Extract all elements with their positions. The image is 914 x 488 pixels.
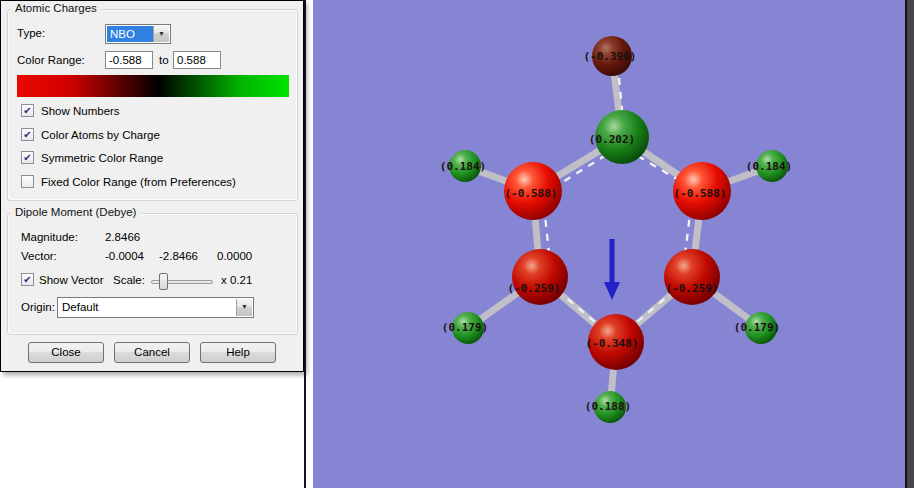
gaussview-window: Atomic Charges Type: NBO ▼ Color Range: … — [0, 0, 914, 488]
charge-label-ipso: (0.202) — [589, 133, 635, 146]
scale-label: Scale: — [113, 274, 145, 286]
charge-label-h-meta-right: (0.179) — [734, 321, 780, 334]
fixed-color-range-label: Fixed Color Range (from Preferences) — [41, 176, 236, 188]
panel-divider — [304, 0, 306, 488]
dipole-moment-group-title: Dipole Moment (Debye) — [11, 206, 140, 218]
vector-y-value: -2.8466 — [159, 250, 198, 262]
fixed-color-range-checkbox[interactable] — [21, 175, 34, 188]
color-atoms-by-charge-checkbox[interactable]: ✔ — [21, 128, 34, 141]
charge-label-meta-right: (-0.259) — [666, 282, 719, 295]
vector-scale-slider-thumb[interactable] — [159, 273, 168, 290]
help-button[interactable]: Help — [200, 342, 276, 363]
charge-label-h-ortho-right: (0.184) — [746, 160, 792, 173]
molecule-viewport[interactable]: (-0.390) (0.202) (-0.588) (-0.588) (0.18… — [313, 0, 905, 488]
color-atoms-by-charge-label: Color Atoms by Charge — [41, 129, 160, 141]
color-range-label: Color Range: — [17, 54, 85, 66]
charge-label-h-meta-left: (0.179) — [442, 321, 488, 334]
charge-label-h-para: (0.188) — [585, 400, 631, 413]
symmetric-color-range-checkbox[interactable]: ✔ — [21, 151, 34, 164]
atom-c-meta-right[interactable] — [664, 249, 720, 305]
color-range-max-input[interactable] — [173, 51, 221, 69]
origin-selected-value: Default — [59, 299, 236, 316]
vector-z-value: 0.0000 — [217, 250, 252, 262]
charge-label-h-ortho-left: (0.184) — [440, 160, 486, 173]
scale-value: x 0.21 — [221, 274, 252, 286]
color-range-min-input[interactable] — [105, 51, 153, 69]
chevron-down-icon[interactable]: ▼ — [236, 299, 252, 316]
charge-label-meta-left: (-0.259) — [508, 282, 561, 295]
close-button[interactable]: Close — [28, 342, 104, 363]
charge-type-selected-value: NBO — [107, 26, 153, 42]
origin-label: Origin: — [21, 301, 55, 313]
magnitude-label: Magnitude: — [21, 231, 78, 243]
atomic-charges-group-title: Atomic Charges — [11, 2, 101, 14]
show-numbers-checkbox[interactable]: ✔ — [21, 104, 34, 117]
charge-label-para: (-0.348) — [586, 337, 639, 350]
color-range-to-label: to — [159, 54, 169, 66]
charge-color-gradient-bar — [17, 75, 289, 97]
charge-type-select[interactable]: NBO ▼ — [105, 24, 171, 44]
window-right-edge — [905, 0, 914, 488]
vector-x-value: -0.0004 — [105, 250, 144, 262]
show-vector-checkbox[interactable]: ✔ — [21, 273, 34, 286]
origin-select[interactable]: Default ▼ — [57, 297, 254, 318]
show-vector-label: Show Vector — [39, 274, 104, 286]
atom-c-meta-left[interactable] — [512, 249, 568, 305]
charge-label-substituent: (-0.390) — [584, 50, 637, 63]
type-label: Type: — [17, 27, 45, 39]
atomic-charges-dialog: Atomic Charges Type: NBO ▼ Color Range: … — [0, 0, 304, 372]
charge-label-ortho-right: (-0.588) — [674, 187, 727, 200]
chevron-down-icon[interactable]: ▼ — [153, 26, 169, 42]
show-numbers-label: Show Numbers — [41, 105, 120, 117]
cancel-button[interactable]: Cancel — [114, 342, 190, 363]
magnitude-value: 2.8466 — [105, 231, 140, 243]
symmetric-color-range-label: Symmetric Color Range — [41, 152, 163, 164]
charge-label-ortho-left: (-0.588) — [505, 187, 558, 200]
vector-label: Vector: — [21, 250, 57, 262]
